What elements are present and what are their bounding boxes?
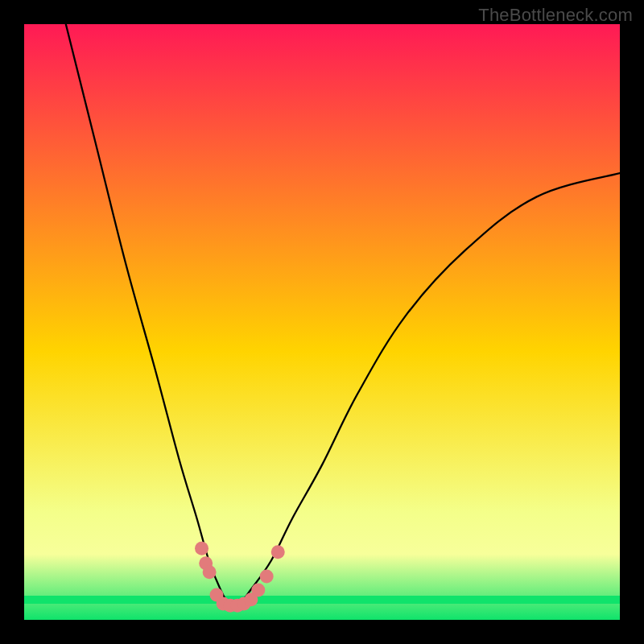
chart-frame: TheBottleneck.com	[0, 0, 644, 644]
curve-marker	[260, 569, 274, 583]
curve-marker	[203, 565, 217, 579]
curve-marker	[195, 542, 208, 555]
plot-area	[24, 24, 620, 620]
gradient-background	[24, 24, 620, 620]
curve-marker	[251, 584, 265, 597]
chart-svg	[24, 24, 620, 620]
watermark-text: TheBottleneck.com	[478, 5, 633, 26]
curve-marker	[271, 545, 285, 559]
green-band	[24, 596, 620, 604]
